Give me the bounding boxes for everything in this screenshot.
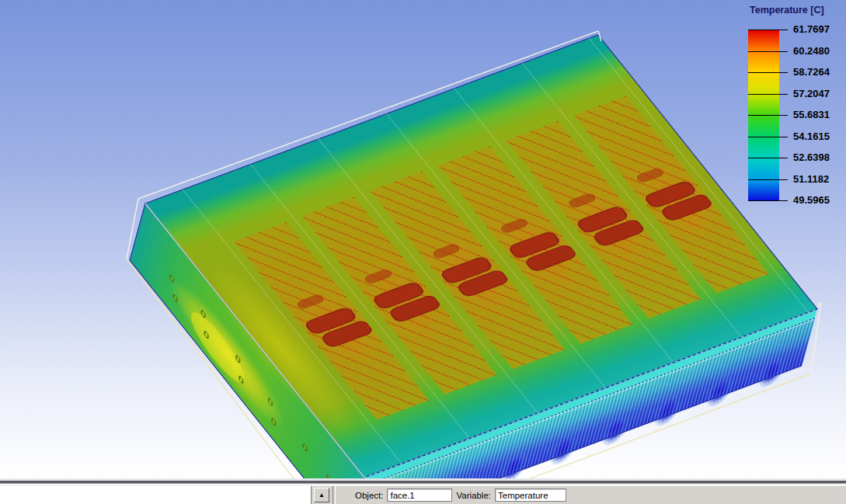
legend-tick-label: 57.2047 bbox=[793, 88, 846, 99]
legend-tick-line bbox=[748, 115, 788, 116]
up-arrow-icon: ▲ bbox=[319, 492, 325, 499]
legend: Temperature [C] 61.769760.248058.726457.… bbox=[748, 5, 846, 211]
legend-tick-line bbox=[748, 158, 788, 158]
variable-input[interactable] bbox=[495, 488, 566, 502]
scroll-up-button[interactable]: ▲ bbox=[314, 488, 329, 502]
legend-tick-line bbox=[748, 30, 788, 30]
legend-tick-line bbox=[748, 200, 788, 201]
legend-tick-line bbox=[748, 51, 788, 52]
legend-tick-label: 52.6398 bbox=[793, 151, 846, 163]
legend-tick-line bbox=[748, 137, 788, 137]
statusbar: ▲ Object: Variable: bbox=[0, 486, 846, 504]
field-group: Object: Variable: bbox=[336, 488, 566, 502]
variable-label: Variable: bbox=[456, 491, 491, 500]
legend-tick-label: 55.6831 bbox=[793, 109, 846, 120]
legend-tick-line bbox=[748, 94, 788, 95]
legend-tick-label: 58.7264 bbox=[793, 66, 846, 78]
object-input[interactable] bbox=[387, 488, 452, 502]
legend-tick-label: 51.1182 bbox=[793, 173, 846, 185]
legend-tick-line bbox=[748, 72, 788, 73]
legend-tick-label: 54.1615 bbox=[793, 130, 846, 142]
legend-tick-label: 60.2480 bbox=[793, 45, 846, 57]
legend-title: Temperature [C] bbox=[750, 5, 824, 16]
legend-tick-label: 61.7697 bbox=[793, 23, 846, 35]
application-window: Temperature [C] 61.769760.248058.726457.… bbox=[0, 0, 846, 504]
legend-tick-label: 49.5965 bbox=[793, 194, 846, 206]
object-label: Object: bbox=[355, 491, 383, 500]
message-line[interactable] bbox=[0, 486, 312, 504]
legend-tick-line bbox=[748, 179, 788, 180]
viewport-3d-scene[interactable] bbox=[0, 0, 846, 478]
viewport-divider bbox=[0, 478, 846, 486]
